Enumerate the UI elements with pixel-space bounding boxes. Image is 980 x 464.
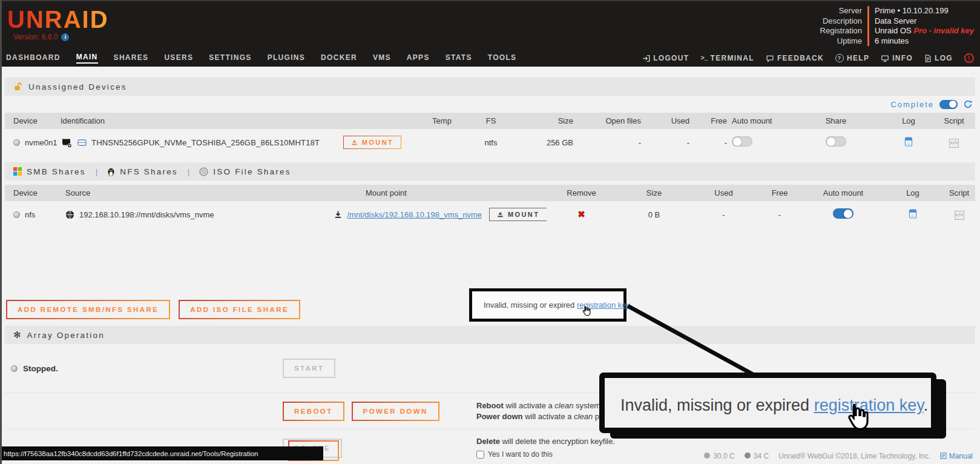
- feedback-button[interactable]: FEEDBACK: [766, 54, 824, 62]
- info-button[interactable]: INFO: [881, 54, 913, 62]
- nav-docker[interactable]: DOCKER: [321, 53, 357, 63]
- server-info-label: Registration: [820, 26, 867, 36]
- col-script: Script: [943, 188, 975, 197]
- nav-shares[interactable]: SHARES: [114, 53, 149, 63]
- main-nav: DASHBOARD MAIN SHARES USERS SETTINGS PLU…: [0, 50, 980, 67]
- col-fs: FS: [469, 116, 513, 125]
- share-toggle[interactable]: [826, 136, 846, 147]
- col-used: Used: [692, 188, 755, 197]
- col-free: Free: [689, 116, 727, 125]
- unraid-logo[interactable]: UNRAID: [7, 7, 109, 31]
- size-value: 0 B: [616, 210, 692, 219]
- delete-confirm-checkbox[interactable]: [476, 451, 484, 459]
- auto-mount-toggle[interactable]: [732, 136, 752, 147]
- section-title: Unassigned Devices: [28, 82, 127, 91]
- start-button[interactable]: START: [283, 359, 335, 378]
- unraid-main-page: UNRAID Version: 6.6.0 i Server Prime • 1…: [0, 0, 980, 464]
- tab-nfs-shares[interactable]: NFS Shares: [107, 167, 178, 176]
- reboot-button[interactable]: REBOOT: [283, 402, 344, 421]
- temp-reading: 34 C: [745, 452, 769, 460]
- col-auto-mount: Auto mount: [804, 188, 883, 197]
- logout-icon: [642, 55, 650, 62]
- nav-stats[interactable]: STATS: [446, 53, 472, 63]
- identification-cell: THNSN5256GPUK_NVMe_TOSHIBA_256GB_86LS10M…: [61, 138, 330, 148]
- script-icon[interactable]: </>: [955, 211, 964, 220]
- browser-status-bar: https://f75638aa12fb340c8dcdd63d6f1ffd73…: [0, 446, 323, 460]
- mount-icon: [351, 139, 358, 146]
- nav-users[interactable]: USERS: [164, 53, 193, 63]
- tab-separator: |: [92, 167, 102, 176]
- partition-icon: [77, 139, 87, 147]
- complete-control: Complete: [890, 97, 973, 111]
- unlock-icon: [13, 82, 22, 91]
- tab-smb-shares[interactable]: SMB Shares: [13, 167, 86, 176]
- nav-apps[interactable]: APPS: [407, 53, 430, 63]
- used-value: -: [641, 138, 689, 147]
- add-remote-share-button[interactable]: ADD REMOTE SMB/NFS SHARE: [6, 300, 170, 319]
- tab-separator: |: [184, 167, 194, 176]
- col-mount-point: Mount point: [283, 188, 489, 197]
- log-icon[interactable]: [909, 209, 917, 219]
- globe-icon: [65, 210, 74, 219]
- logout-button[interactable]: LOGOUT: [642, 54, 689, 62]
- col-size: Size: [513, 116, 573, 125]
- copyright-text: Unraid® WebGui ©2018, Lime Technology, I…: [778, 452, 930, 460]
- mount-button[interactable]: MOUNT: [343, 136, 401, 149]
- registration-warning-highlight: Invalid, missing or expired registration…: [469, 288, 626, 322]
- hand-cursor-icon: [580, 305, 591, 317]
- version-label: Version: 6.6.0 i: [13, 33, 69, 41]
- version-info-icon[interactable]: i: [61, 33, 69, 41]
- server-info-value: Prime • 10.10.20.199: [867, 6, 974, 16]
- col-used: Used: [641, 116, 689, 125]
- alert-icon[interactable]: !: [964, 53, 974, 63]
- shares-table-header: Device Source Mount point Remove Size Us…: [5, 185, 975, 201]
- auto-mount-toggle[interactable]: [833, 208, 853, 219]
- remove-icon[interactable]: ✖: [577, 209, 585, 219]
- mount-point-cell: /mnt/disks/192.168.10.198_vms_nvme: [283, 210, 489, 219]
- log-button[interactable]: LOG: [924, 54, 953, 62]
- device-identification[interactable]: THNSN5256GPUK_NVMe_TOSHIBA_256GB_86LS10M…: [91, 138, 320, 147]
- col-identification: Identification: [61, 116, 330, 125]
- refresh-icon[interactable]: [963, 99, 973, 109]
- server-info-label: Uptime: [820, 36, 867, 47]
- col-temp: Temp: [415, 116, 469, 125]
- shares-section-header: SMB Shares | NFS Shares | ISO File Share…: [5, 162, 975, 181]
- free-value: -: [689, 138, 727, 147]
- add-iso-share-button[interactable]: ADD ISO FILE SHARE: [179, 300, 300, 319]
- open-files-value: -: [573, 138, 641, 147]
- tab-iso-file-shares[interactable]: ISO File Shares: [199, 167, 291, 176]
- mount-button[interactable]: MOUNT: [489, 208, 547, 221]
- temp-reading: 30.0 C: [704, 452, 734, 460]
- log-icon[interactable]: [904, 137, 913, 147]
- nav-settings[interactable]: SETTINGS: [209, 53, 251, 63]
- help-button[interactable]: ? HELP: [835, 54, 869, 62]
- nav-plugins[interactable]: PLUGINS: [268, 53, 305, 63]
- power-down-button[interactable]: POWER DOWN: [352, 402, 439, 421]
- terminal-button[interactable]: >_ TERMINAL: [700, 54, 754, 62]
- array-operation-header: ✻ Array Operation: [5, 326, 975, 344]
- mount-point-link[interactable]: /mnt/disks/192.168.10.198_vms_nvme: [347, 210, 482, 219]
- col-log: Log: [884, 116, 933, 125]
- col-open-files: Open files: [573, 116, 641, 125]
- array-status: Stopped.: [5, 364, 283, 373]
- size-value: 256 GB: [513, 138, 573, 147]
- delete-confirm-label: Yes I want to do this: [488, 449, 553, 460]
- fs-value: ntfs: [469, 138, 513, 147]
- manual-link[interactable]: Manual: [940, 452, 973, 460]
- script-icon[interactable]: </>: [949, 139, 959, 148]
- unassigned-device-row: nvme0n1 THNSN5256GPUK_NVMe_TOSHIBA_256GB…: [5, 129, 975, 156]
- server-info-value: Data Server: [867, 16, 974, 27]
- col-share: Share: [788, 116, 884, 125]
- nav-vms[interactable]: VMS: [373, 53, 391, 63]
- disk-icon: [61, 138, 73, 148]
- header: UNRAID Version: 6.6.0 i Server Prime • 1…: [0, 0, 980, 67]
- array-status-dot: [11, 365, 18, 372]
- nav-dashboard[interactable]: DASHBOARD: [6, 53, 61, 63]
- share-actions: ADD REMOTE SMB/NFS SHARE ADD ISO FILE SH…: [6, 300, 300, 319]
- nav-main[interactable]: MAIN: [76, 53, 98, 64]
- complete-toggle[interactable]: [939, 100, 958, 109]
- nav-tools[interactable]: TOOLS: [488, 53, 517, 63]
- nfs-share-row: nfs 192.168.10.198://mnt/disks/vms_nvme …: [5, 201, 975, 228]
- hand-cursor-icon: [842, 402, 871, 433]
- registration-warning-callout: Invalid, missing or expired registration…: [599, 373, 936, 433]
